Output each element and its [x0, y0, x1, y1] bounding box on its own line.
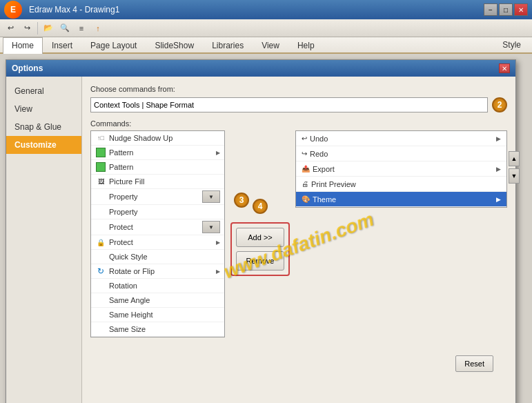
dialog-main-panel: Choose commands from: Context Tools | Sh…	[82, 77, 515, 403]
toolbar-search-btn[interactable]: 🔍	[57, 21, 72, 36]
title-bar-controls: − □ ✕	[484, 3, 528, 16]
command-list-container: ↑□ Nudge Shadow Up Pattern Pattern	[90, 130, 225, 337]
dialog-close-button[interactable]: ✕	[499, 63, 510, 73]
quick-style-icon	[95, 251, 106, 262]
protect1-icon	[95, 222, 106, 233]
toolbar-sep-1	[37, 22, 38, 35]
choose-from-label: Choose commands from:	[90, 85, 507, 93]
right-panel-nav: ▲ ▼	[509, 151, 520, 184]
main-content: Options ✕ General View Snap & Glue Custo…	[0, 54, 532, 403]
cmd-property-2[interactable]: Property	[91, 205, 224, 219]
ribbon-menu: Home Insert Page Layout SlideShow Librar…	[0, 37, 532, 54]
cmd-nudge-shadow[interactable]: ↑□ Nudge Shadow Up	[91, 131, 224, 146]
sidebar-item-general[interactable]: General	[6, 82, 81, 100]
sidebar-item-view[interactable]: View	[6, 100, 81, 118]
right-panel-wrapper: ↩ Undo ▶ ↪ Redo 📤 Export ▶	[295, 130, 507, 344]
toolbar-back-btn[interactable]: ↩	[3, 21, 18, 36]
pattern1-icon	[95, 147, 106, 158]
reset-button[interactable]: Reset	[455, 355, 493, 372]
cmd-same-angle[interactable]: Same Angle	[91, 293, 224, 308]
right-cmd-print-preview[interactable]: 🖨 Print Preview	[296, 177, 506, 192]
move-up-button[interactable]: ▲	[509, 151, 520, 166]
cmd-same-height[interactable]: Same Height	[91, 308, 224, 322]
step4-badge: 4	[253, 199, 268, 214]
options-dialog: Options ✕ General View Snap & Glue Custo…	[6, 59, 516, 403]
minimize-button[interactable]: −	[484, 3, 497, 16]
dialog-titlebar: Options ✕	[6, 60, 515, 77]
command-list[interactable]: ↑□ Nudge Shadow Up Pattern Pattern	[91, 131, 224, 337]
toolbar-open-btn[interactable]: 📂	[41, 21, 56, 36]
sidebar-item-customize[interactable]: Customize	[6, 136, 81, 154]
tab-slideshow[interactable]: SlideShow	[146, 37, 203, 52]
dialog-title: Options	[12, 63, 43, 73]
cmd-rotation[interactable]: Rotation	[91, 279, 224, 293]
tab-help[interactable]: Help	[288, 37, 324, 52]
step2-badge: 2	[492, 97, 507, 112]
right-cmd-theme[interactable]: 🎨 Theme ▶	[296, 192, 506, 207]
rotate-flip-icon: ↻	[95, 266, 106, 277]
add-button[interactable]: Add >>	[236, 228, 284, 247]
cmd-property-1[interactable]: Property ▼	[91, 189, 224, 205]
choose-from-select[interactable]: Context Tools | Shape Format	[90, 97, 488, 112]
right-cmd-redo[interactable]: ↪ Redo	[296, 146, 506, 161]
dialog-sidebar: General View Snap & Glue Customize	[6, 77, 82, 403]
tab-libraries[interactable]: Libraries	[203, 37, 253, 52]
picture-fill-icon: 🖼	[95, 176, 106, 187]
tab-view[interactable]: View	[253, 37, 288, 52]
add-remove-area: 4 Add >> Remove	[230, 130, 290, 344]
cmd-protect-2[interactable]: 🔒 Protect	[91, 235, 224, 250]
toolbar-up-btn[interactable]: ↑	[90, 21, 106, 36]
commands-label: Commands:	[90, 119, 507, 128]
tab-insert[interactable]: Insert	[43, 37, 81, 52]
maximize-button[interactable]: □	[499, 3, 513, 16]
same-size-icon	[95, 324, 106, 335]
app-icon: E	[4, 1, 22, 19]
property2-icon	[95, 206, 106, 217]
close-button[interactable]: ✕	[514, 3, 528, 16]
add-remove-wrapper: Add >> Remove	[230, 222, 290, 276]
move-down-button[interactable]: ▼	[509, 168, 520, 184]
property1-icon	[95, 191, 106, 202]
window-title: Edraw Max 4 - Drawing1	[29, 5, 119, 14]
cmd-rotate-flip[interactable]: ↻ Rotate or Flip	[91, 264, 224, 279]
choose-from-row: Context Tools | Shape Format 2	[90, 97, 507, 112]
tab-home[interactable]: Home	[3, 37, 43, 54]
same-height-icon	[95, 309, 106, 320]
protect1-dropdown[interactable]: ▼	[202, 221, 220, 233]
ribbon-style: Style	[494, 37, 529, 52]
step3-badge: 3	[234, 193, 249, 208]
right-cmd-export[interactable]: 📤 Export ▶	[296, 161, 506, 177]
toolbar-forward-btn[interactable]: ↪	[19, 21, 35, 36]
cmd-quick-style[interactable]: Quick Style	[91, 250, 224, 264]
cmd-pattern-1[interactable]: Pattern	[91, 146, 224, 160]
cmd-pattern-2[interactable]: Pattern	[91, 160, 224, 175]
right-cmd-undo[interactable]: ↩ Undo ▶	[296, 131, 506, 146]
right-panel: ↩ Undo ▶ ↪ Redo 📤 Export ▶	[295, 130, 507, 208]
nudge-icon: ↑□	[95, 132, 106, 144]
cmd-same-size[interactable]: Same Size	[91, 322, 224, 337]
cmd-picture-fill[interactable]: 🖼 Picture Fill	[91, 175, 224, 189]
dialog-body: General View Snap & Glue Customize Choos…	[6, 77, 515, 403]
cmd-protect-1[interactable]: Protect ▼	[91, 219, 224, 235]
toolbar-menu-btn[interactable]: ≡	[74, 21, 89, 36]
title-bar: E Edraw Max 4 - Drawing1 − □ ✕	[0, 0, 532, 19]
sidebar-item-snap-glue[interactable]: Snap & Glue	[6, 118, 81, 136]
property1-dropdown[interactable]: ▼	[202, 190, 220, 203]
title-bar-left: E Edraw Max 4 - Drawing1	[4, 1, 119, 19]
reset-area: Reset	[90, 350, 507, 372]
rotation-icon	[95, 280, 106, 291]
remove-button[interactable]: Remove	[236, 251, 284, 271]
tab-page-layout[interactable]: Page Layout	[81, 37, 146, 52]
same-angle-icon	[95, 295, 106, 306]
commands-area: 3 ↑□ Nudge Shadow Up Pattern	[90, 130, 507, 344]
protect2-icon: 🔒	[95, 237, 106, 248]
toolbar: ↩ ↪ 📂 🔍 ≡ ↑	[0, 19, 532, 37]
pattern2-icon	[95, 161, 106, 173]
